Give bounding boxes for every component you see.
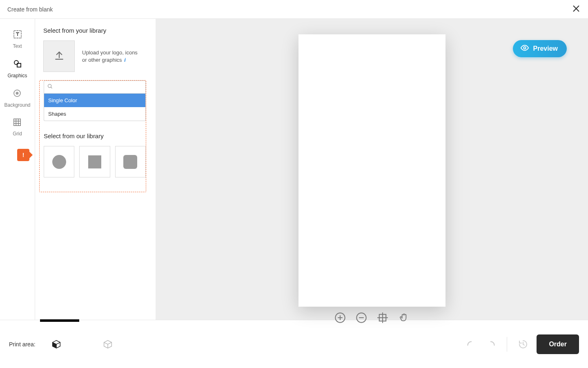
footer-bar: Print area: Order [0,320,588,368]
redo-button[interactable] [485,338,497,350]
zoom-in-button[interactable] [334,312,346,324]
svg-line-8 [51,87,52,88]
search-input[interactable] [44,81,146,94]
rounded-square-icon [123,155,137,169]
app-header: Create from blank [0,0,588,19]
dropdown-option-shapes[interactable]: Shapes [44,107,145,121]
preview-button-wrap: Preview [523,29,577,47]
shape-tile-circle[interactable] [44,146,74,177]
grid-icon [13,118,22,128]
order-button[interactable]: Order [537,334,579,354]
zoom-out-button[interactable] [355,312,368,324]
rail-label-text: Text [13,43,22,49]
rail-label-graphics: Graphics [7,73,27,79]
canvas-area: Preview [156,19,588,320]
rail-item-grid[interactable]: Grid [13,118,22,137]
preview-label: Preview [533,45,558,52]
pan-button[interactable] [398,312,410,324]
print-area-front-button[interactable] [50,338,62,350]
rail-item-graphics[interactable]: Graphics [7,59,27,79]
rail-label-background: Background [4,102,30,108]
svg-point-17 [523,47,526,49]
page-title: Create from blank [7,6,53,13]
upload-text-content: Upload your logo, icons or other graphic… [82,49,138,63]
attention-badge-text: ! [22,152,24,158]
category-selector-group: Single Color Shapes Select from our libr… [39,80,146,192]
close-icon[interactable] [572,4,581,15]
upload-description: Upload your logo, icons or other graphic… [82,49,143,63]
rail-item-background[interactable]: Background [4,88,30,108]
print-area-back-button[interactable] [102,338,114,350]
main-area: Text Graphics Background Grid ! Select f… [0,19,588,320]
rail-item-text[interactable]: Text [13,29,22,49]
square-icon [88,155,101,168]
svg-point-6 [16,92,18,94]
footer-right: Order [465,334,579,354]
dropdown-option-single-color[interactable]: Single Color [44,94,145,107]
search-wrap [44,81,146,94]
attention-badge[interactable]: ! [17,149,29,161]
category-dropdown: Single Color Shapes [44,94,146,121]
design-canvas[interactable] [298,34,445,307]
print-area-active-indicator [40,319,79,322]
background-icon [12,88,22,100]
history-button[interactable] [517,338,529,350]
upload-icon [53,49,65,63]
circle-icon [52,155,66,169]
shapes-icon [13,59,22,70]
your-library-heading: Select from your library [43,27,151,34]
eye-icon [520,43,529,54]
center-button[interactable] [376,312,389,324]
svg-point-3 [14,61,18,65]
undo-button[interactable] [465,338,477,350]
search-icon [47,83,53,91]
print-area-label: Print area: [9,341,36,348]
canvas-toolbar [334,312,410,324]
svg-point-7 [48,84,51,88]
library-panel: Select from your library Upload your log… [35,19,156,320]
shape-tile-square[interactable] [79,146,110,177]
order-label: Order [549,341,567,348]
text-icon [13,29,22,41]
tool-rail: Text Graphics Background Grid ! [0,19,35,320]
shape-tiles [44,146,146,177]
upload-button[interactable] [43,40,75,72]
rail-label-grid: Grid [13,131,22,137]
shape-tile-rounded-square[interactable] [115,146,146,177]
preview-button[interactable]: Preview [513,40,567,57]
info-icon[interactable]: i [124,57,126,63]
footer-separator [507,337,507,352]
upload-row: Upload your logo, icons or other graphic… [43,40,151,72]
our-library-heading: Select from our library [44,132,146,139]
